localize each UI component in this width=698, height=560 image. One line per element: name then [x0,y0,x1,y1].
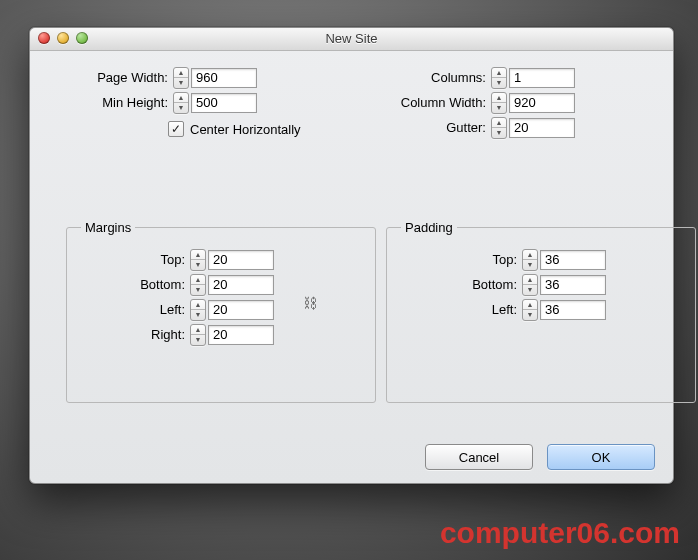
margin-right-stepper[interactable]: ▲▼ [190,324,206,346]
page-width-stepper[interactable]: ▲▼ [173,67,189,89]
margin-bottom-stepper[interactable]: ▲▼ [190,274,206,296]
watermark-text: computer06.com [440,516,680,550]
padding-bottom-stepper[interactable]: ▲▼ [522,274,538,296]
padding-fieldset: Padding Top: ▲▼ Bottom: ▲▼ Left: ▲▼ [386,220,696,403]
margin-right-label: Right: [81,327,185,342]
margins-legend: Margins [81,220,135,235]
link-margins-icon[interactable]: ⛓ [303,295,317,311]
column-width-label: Column Width: [382,95,486,110]
padding-top-stepper[interactable]: ▲▼ [522,249,538,271]
margin-bottom-label: Bottom: [81,277,185,292]
columns-group: Columns: ▲▼ Column Width: ▲▼ Gutter: ▲▼ [382,65,575,140]
margins-fieldset: Margins Top: ▲▼ Bottom: ▲▼ Left: ▲▼ [66,220,376,403]
zoom-icon[interactable] [76,32,88,44]
padding-bottom-input[interactable] [540,275,606,295]
margin-bottom-input[interactable] [208,275,274,295]
dialog-title: New Site [325,31,377,46]
page-size-group: Page Width: ▲▼ Min Height: ▲▼ ✓ Center H… [82,65,301,137]
min-height-input[interactable] [191,93,257,113]
page-width-label: Page Width: [82,70,168,85]
padding-left-input[interactable] [540,300,606,320]
column-width-stepper[interactable]: ▲▼ [491,92,507,114]
padding-bottom-label: Bottom: [401,277,517,292]
minimize-icon[interactable] [57,32,69,44]
padding-left-label: Left: [401,302,517,317]
margin-top-label: Top: [81,252,185,267]
padding-top-input[interactable] [540,250,606,270]
padding-top-label: Top: [401,252,517,267]
margin-top-stepper[interactable]: ▲▼ [190,249,206,271]
page-width-input[interactable] [191,68,257,88]
columns-stepper[interactable]: ▲▼ [491,67,507,89]
window-controls [38,32,88,44]
margin-top-input[interactable] [208,250,274,270]
ok-button[interactable]: OK [547,444,655,470]
margin-right-input[interactable] [208,325,274,345]
gutter-stepper[interactable]: ▲▼ [491,117,507,139]
padding-legend: Padding [401,220,457,235]
columns-label: Columns: [382,70,486,85]
cancel-button[interactable]: Cancel [425,444,533,470]
padding-left-stepper[interactable]: ▲▼ [522,299,538,321]
column-width-input[interactable] [509,93,575,113]
new-site-dialog: New Site Page Width: ▲▼ Min Height: ▲▼ ✓ [29,27,674,484]
min-height-label: Min Height: [82,95,168,110]
min-height-stepper[interactable]: ▲▼ [173,92,189,114]
center-horizontally-label: Center Horizontally [190,122,301,137]
margin-left-label: Left: [81,302,185,317]
center-horizontally-checkbox[interactable]: ✓ [168,121,184,137]
columns-input[interactable] [509,68,575,88]
titlebar: New Site [30,28,673,51]
margin-left-stepper[interactable]: ▲▼ [190,299,206,321]
gutter-input[interactable] [509,118,575,138]
gutter-label: Gutter: [382,120,486,135]
button-bar: Cancel OK [425,444,655,470]
close-icon[interactable] [38,32,50,44]
margin-left-input[interactable] [208,300,274,320]
